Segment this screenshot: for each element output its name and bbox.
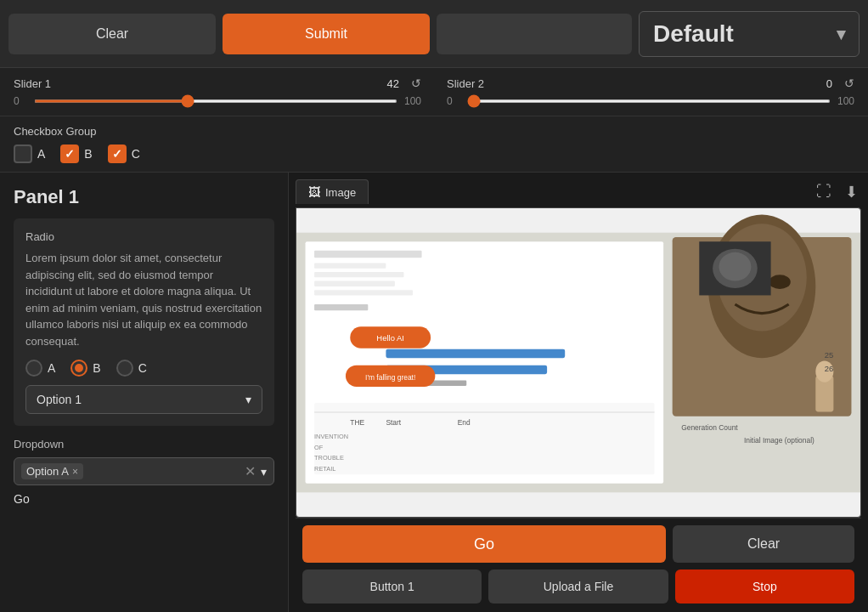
- svg-text:Generation Count: Generation Count: [681, 423, 738, 432]
- svg-text:THE: THE: [350, 418, 364, 427]
- image-tab-label: Image: [325, 186, 356, 199]
- default-dropdown-label: Default: [653, 20, 734, 48]
- slider2-max: 100: [837, 95, 854, 107]
- right-panel: 🖼 Image ⛶ ⬇: [289, 173, 868, 612]
- left-panel: Panel 1 Radio Lorem ipsum dolor sit amet…: [0, 173, 289, 612]
- checkbox-c[interactable]: ✓ C: [108, 144, 140, 163]
- clear-bottom-button[interactable]: Clear: [673, 525, 854, 563]
- download-button[interactable]: ⬇: [842, 181, 861, 203]
- image-canvas: Hello AI I'm falling great! THE Start En…: [296, 208, 860, 517]
- svg-rect-2: [314, 251, 421, 258]
- image-icon: 🖼: [308, 185, 320, 199]
- image-area: Hello AI I'm falling great! THE Start En…: [296, 207, 861, 518]
- clear-top-button[interactable]: Clear: [8, 14, 216, 54]
- lorem-text: Lorem ipsum dolor sit amet, consectetur …: [25, 250, 262, 349]
- svg-rect-15: [314, 403, 655, 474]
- svg-point-33: [719, 252, 751, 281]
- main-content: Panel 1 Radio Lorem ipsum dolor sit amet…: [0, 173, 868, 612]
- submit-button[interactable]: Submit: [223, 14, 430, 54]
- radio-a[interactable]: A: [25, 360, 55, 377]
- svg-text:Initial Image (optional): Initial Image (optional): [744, 436, 814, 445]
- radio-b[interactable]: B: [70, 360, 100, 377]
- slider1-value: 42: [387, 77, 399, 90]
- middle-spacer: [437, 14, 632, 54]
- multiselect-dropdown[interactable]: Option A × ✕ ▾: [14, 457, 274, 485]
- button1[interactable]: Button 1: [302, 570, 482, 604]
- option1-dropdown[interactable]: Option 1 ▾: [25, 385, 262, 414]
- svg-rect-6: [314, 290, 413, 295]
- svg-rect-4: [314, 272, 403, 277]
- slider2-label: Slider 2: [447, 77, 484, 90]
- upload-button[interactable]: Upload a File: [488, 570, 668, 604]
- image-bottom-buttons: Go Clear: [296, 518, 861, 570]
- multiselect-clear-icon[interactable]: ✕: [245, 463, 256, 479]
- svg-text:26: 26: [825, 364, 834, 373]
- checkbox-a-label: A: [37, 147, 45, 161]
- go-button[interactable]: Go: [302, 525, 666, 563]
- tag-close-icon[interactable]: ×: [72, 466, 78, 478]
- option1-dropdown-value: Option 1: [37, 393, 82, 406]
- sliders-section: Slider 1 42 ↺ 0 100 Slider 2 0 ↺ 0 100: [0, 68, 868, 116]
- checkbox-b-label: B: [84, 147, 92, 161]
- radio-b-circle[interactable]: [70, 360, 87, 377]
- slider2-input[interactable]: [467, 99, 831, 103]
- slider2-reset-button[interactable]: ↺: [844, 76, 854, 90]
- radio-a-label: A: [48, 361, 55, 375]
- svg-text:End: End: [458, 418, 471, 427]
- bottom-action-bar: Button 1 Upload a File Stop: [296, 570, 861, 610]
- svg-text:RETAIL: RETAIL: [314, 465, 335, 473]
- chevron-down-icon: ▾: [837, 24, 845, 44]
- radio-c-label: C: [138, 361, 147, 375]
- svg-rect-5: [314, 281, 395, 286]
- go-small-button[interactable]: Go: [14, 492, 30, 506]
- check-icon: ✓: [65, 147, 75, 161]
- slider2-min: 0: [447, 95, 460, 107]
- svg-text:OF: OF: [314, 444, 324, 451]
- slider1-min: 0: [14, 95, 27, 107]
- slider1-label: Slider 1: [14, 77, 51, 90]
- slider1-max: 100: [404, 95, 421, 107]
- slider1-group: Slider 1 42 ↺ 0 100: [14, 76, 421, 107]
- svg-text:TROUBLE: TROUBLE: [314, 454, 344, 462]
- slider2-value: 0: [826, 77, 832, 90]
- radio-c[interactable]: C: [116, 360, 147, 377]
- svg-text:INVENTION: INVENTION: [314, 433, 348, 440]
- radio-a-circle[interactable]: [25, 360, 42, 377]
- checkbox-c-label: C: [132, 147, 140, 161]
- default-dropdown[interactable]: Default ▾: [639, 11, 860, 57]
- chevron-down-icon: ▾: [245, 393, 251, 406]
- image-tab[interactable]: 🖼 Image: [296, 179, 369, 204]
- svg-rect-7: [314, 304, 368, 310]
- svg-text:25: 25: [825, 350, 834, 360]
- svg-text:Start: Start: [386, 418, 401, 427]
- checkbox-section: Checkbox Group A ✓ B ✓ C: [0, 116, 868, 173]
- radio-panel-box: Radio Lorem ipsum dolor sit amet, consec…: [14, 218, 274, 426]
- slider1-input[interactable]: [34, 99, 397, 103]
- checkbox-b-box[interactable]: ✓: [60, 144, 79, 163]
- tag-value: Option A: [26, 465, 69, 478]
- check-icon: ✓: [112, 147, 122, 161]
- selected-tag: Option A ×: [21, 463, 83, 479]
- top-bar: Clear Submit Default ▾: [0, 0, 868, 68]
- radio-label: Radio: [25, 230, 262, 243]
- svg-point-28: [769, 275, 790, 289]
- svg-rect-3: [314, 264, 386, 269]
- checkbox-a-box[interactable]: [14, 144, 32, 163]
- fullscreen-button[interactable]: ⛶: [813, 181, 835, 203]
- svg-text:I'm falling great!: I'm falling great!: [365, 373, 415, 382]
- stop-button[interactable]: Stop: [675, 570, 854, 604]
- checkbox-c-box[interactable]: ✓: [108, 144, 127, 163]
- image-header: 🖼 Image ⛶ ⬇: [296, 179, 861, 204]
- checkbox-a[interactable]: A: [14, 144, 45, 163]
- radio-b-label: B: [93, 361, 100, 375]
- slider1-reset-button[interactable]: ↺: [411, 76, 421, 90]
- checkbox-group-label: Checkbox Group: [14, 125, 854, 138]
- slider2-group: Slider 2 0 ↺ 0 100: [447, 76, 854, 107]
- svg-rect-16: [314, 411, 655, 412]
- checkbox-b[interactable]: ✓ B: [60, 144, 92, 163]
- panel-title: Panel 1: [14, 186, 274, 208]
- svg-text:Hello AI: Hello AI: [376, 333, 404, 343]
- chevron-down-icon[interactable]: ▾: [261, 465, 267, 479]
- svg-rect-8: [386, 349, 565, 359]
- radio-c-circle[interactable]: [116, 360, 133, 377]
